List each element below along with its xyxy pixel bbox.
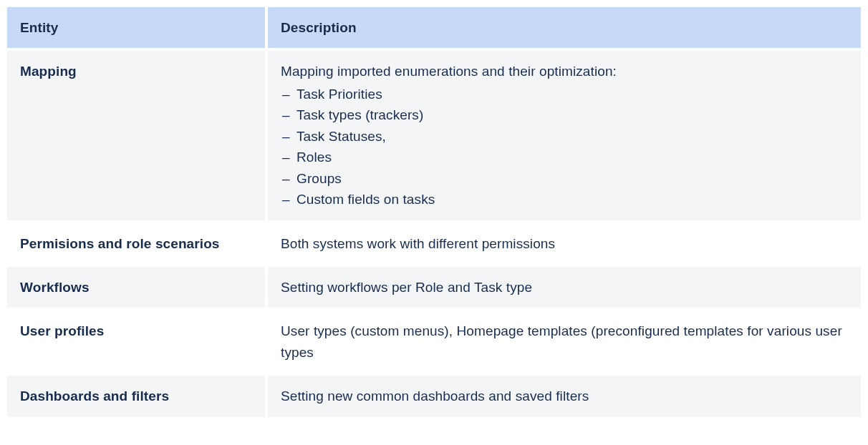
- list-item: Roles: [281, 147, 848, 167]
- description-cell: Setting new common dashboards and saved …: [268, 376, 861, 416]
- list-item: Groups: [281, 168, 848, 189]
- entity-cell: Workflows: [7, 267, 265, 308]
- entity-description-table: Entity Description Mapping Mapping impor…: [4, 4, 864, 420]
- table-row: Dashboards and filters Setting new commo…: [7, 376, 861, 416]
- description-cell: Setting workflows per Role and Task type: [268, 267, 861, 308]
- description-cell: User types (custom menus), Homepage temp…: [268, 310, 861, 373]
- entity-cell: Dashboards and filters: [7, 376, 265, 416]
- list-item: Task Priorities: [281, 84, 848, 104]
- description-list: Task Priorities Task types (trackers) Ta…: [281, 84, 848, 210]
- description-cell: Mapping imported enumerations and their …: [268, 51, 861, 220]
- list-item: Task types (trackers): [281, 104, 848, 125]
- list-item: Task Statuses,: [281, 126, 848, 147]
- list-item: Custom fields on tasks: [281, 189, 848, 210]
- table-header-row: Entity Description: [7, 7, 861, 48]
- description-cell: Both systems work with different permiss…: [268, 223, 861, 264]
- entity-cell: User profiles: [7, 310, 265, 373]
- table-row: Permisions and role scenarios Both syste…: [7, 223, 861, 264]
- entity-cell: Mapping: [7, 51, 265, 220]
- header-entity: Entity: [7, 7, 265, 48]
- table-row: Workflows Setting workflows per Role and…: [7, 267, 861, 308]
- description-intro: Mapping imported enumerations and their …: [281, 64, 617, 79]
- table-row: Mapping Mapping imported enumerations an…: [7, 51, 861, 220]
- header-description: Description: [268, 7, 861, 48]
- entity-cell: Permisions and role scenarios: [7, 223, 265, 264]
- table-row: User profiles User types (custom menus),…: [7, 310, 861, 373]
